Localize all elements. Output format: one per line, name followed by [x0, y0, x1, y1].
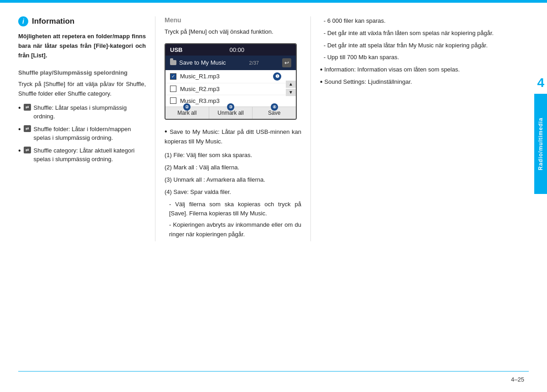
mark-all-num: ②	[183, 103, 191, 111]
right-dash-4: - Upp till 700 Mb kan sparas.	[320, 53, 529, 62]
usb-time: 00:00	[229, 46, 244, 53]
shuffle-heading: Shuffle play/Slumpmässig spelordning	[18, 69, 146, 76]
bullet-dot: •	[18, 103, 21, 112]
bullet-dot: •	[320, 65, 323, 74]
bullet-dot: •	[18, 146, 21, 155]
file-row-1: Music_R1.mp3 ❶	[165, 70, 286, 83]
checkbox-unchecked-3[interactable]	[170, 97, 176, 104]
side-tab-label: Radio/multimedia	[537, 117, 544, 170]
col-left: i Information Möjligheten att repetera e…	[18, 16, 155, 241]
info-title-row: i Information	[18, 16, 146, 26]
file-name-1: Music_R1.mp3	[180, 73, 220, 80]
list-item: • ⇄ Shuffle category: Låtar aktuell kate…	[18, 146, 146, 164]
bullet-text: Shuffle: Låtar spelas i slumpmässig ordn…	[34, 103, 146, 121]
usb-header: USB 00:00	[165, 44, 296, 56]
side-tab: Radio/multimedia	[534, 94, 547, 194]
right-bullet-1-text: Information: Information visas om låten …	[325, 65, 460, 75]
shuffle-folder-icon: ⇄	[24, 125, 31, 132]
sub-bullet-2: - Kopieringen avbryts av inkommande elle…	[165, 220, 301, 239]
chapter-number: 4	[537, 76, 544, 90]
list-item: • ⇄ Shuffle folder: Låtar i foldern/mapp…	[18, 125, 146, 143]
right-bullet-1: • Information: Information visas om låte…	[320, 65, 529, 75]
save-description: • Save to My Music: Låtar på ditt USB-mi…	[165, 127, 301, 147]
usb-label: USB	[170, 46, 182, 53]
right-dash-1: - 6 000 filer kan sparas.	[320, 16, 529, 26]
col-middle: Menu Tryck på [Menu] och välj önskad fun…	[155, 16, 310, 241]
save-label: Save	[268, 110, 280, 116]
main-content: i Information Möjligheten att repetera e…	[0, 3, 547, 250]
bullet-text: Shuffle folder: Låtar i foldern/mappen s…	[34, 125, 146, 143]
scroll-up-button[interactable]: ▲	[286, 81, 296, 88]
shuffle-cat-icon: ⇄	[24, 147, 31, 154]
unmark-all-label: Unmark all	[217, 110, 243, 116]
right-bullet-2-text: Sound Settings: Ljudinställningar.	[325, 77, 412, 87]
col-right: - 6 000 filer kan sparas. - Det går inte…	[311, 16, 529, 241]
right-bullet-2: • Sound Settings: Ljudinställningar.	[320, 77, 529, 87]
sub-bullet-1: - Välj filerna som ska kopieras och tryc…	[165, 200, 301, 219]
numbered-item-4: (4) Save: Spar valda filer.	[165, 188, 301, 197]
file-rows-container: Music_R1.mp3 ❶ Music_R2.mp3	[165, 70, 296, 107]
file-list: Music_R1.mp3 ❶ Music_R2.mp3	[165, 70, 286, 107]
usb-save-left: Save to My Music	[170, 59, 226, 66]
mark-all-button[interactable]: ② Mark all	[165, 107, 209, 119]
info-icon: i	[18, 16, 28, 26]
file-left-2: Music_R2.mp3	[170, 86, 220, 92]
bottom-line	[18, 371, 529, 372]
mark-all-label: Mark all	[177, 110, 196, 116]
bullet-dot: •	[18, 125, 21, 133]
folder-icon	[170, 60, 176, 65]
save-num: ④	[271, 103, 278, 111]
list-item: • ⇄ Shuffle: Låtar spelas i slumpmässig …	[18, 103, 146, 121]
shuffle-body: Tryck på [Shuffle] för att välja på/av f…	[18, 80, 146, 99]
file-name-2: Music_R2.mp3	[180, 86, 220, 92]
checkbox-checked-1[interactable]	[170, 73, 176, 80]
right-dash-3: - Det går inte att spela låtar från My M…	[320, 41, 529, 51]
numbered-item-2: (2) Mark all : Välj alla filerna.	[165, 163, 301, 173]
file-left-3: Music_R3.mp3	[170, 97, 220, 104]
info-body-text: Möjligheten att repetera en folder/mapp …	[18, 32, 146, 60]
bullet-text: Shuffle category: Låtar aktuell kategori…	[34, 146, 146, 164]
shuffle-bullets: • ⇄ Shuffle: Låtar spelas i slumpmässig …	[18, 103, 146, 164]
page-number: 4–25	[511, 376, 524, 383]
info-box: i Information Möjligheten att repetera e…	[18, 16, 146, 60]
usb-save-row: Save to My Music 2/37 ↩	[165, 56, 296, 70]
bullet-dot: •	[165, 127, 170, 135]
save-to-my-music-label: Save to My Music	[179, 59, 226, 66]
right-dash-2: - Det går inte att växla från låten som …	[320, 29, 529, 38]
unmark-all-button[interactable]: ③ Unmark all	[209, 107, 253, 119]
usb-footer: ② Mark all ③ Unmark all ④ Save	[165, 107, 296, 119]
save-button[interactable]: ④ Save	[253, 107, 296, 119]
usb-back-button[interactable]: ↩	[282, 58, 291, 67]
info-title-text: Information	[32, 17, 75, 26]
file-badge-1: ❶	[273, 72, 281, 81]
file-left-1: Music_R1.mp3	[170, 73, 220, 80]
unmark-all-num: ③	[227, 103, 234, 111]
bullet-dot: •	[320, 77, 323, 86]
scroll-down-button[interactable]: ▼	[286, 89, 296, 96]
checkbox-unchecked-2[interactable]	[170, 86, 176, 92]
usb-counter: 2/37	[249, 60, 259, 66]
file-row-2: Music_R2.mp3	[165, 83, 286, 95]
scroll-arrows: ▲ ▼	[286, 70, 296, 107]
menu-heading: Menu	[165, 16, 301, 24]
numbered-item-3: (3) Unmark all : Avmarkera alla filerna.	[165, 175, 301, 185]
usb-screen: USB 00:00 Save to My Music 2/37 ↩	[165, 43, 297, 120]
menu-body: Tryck på [Menu] och välj önskad funktion…	[165, 27, 301, 37]
numbered-item-1: (1) File: Välj filer som ska sparas.	[165, 151, 301, 160]
shuffle-icon-1: ⇄	[24, 104, 31, 111]
save-desc-text: Save to My Music: Låtar på ditt USB-minn…	[165, 128, 301, 145]
